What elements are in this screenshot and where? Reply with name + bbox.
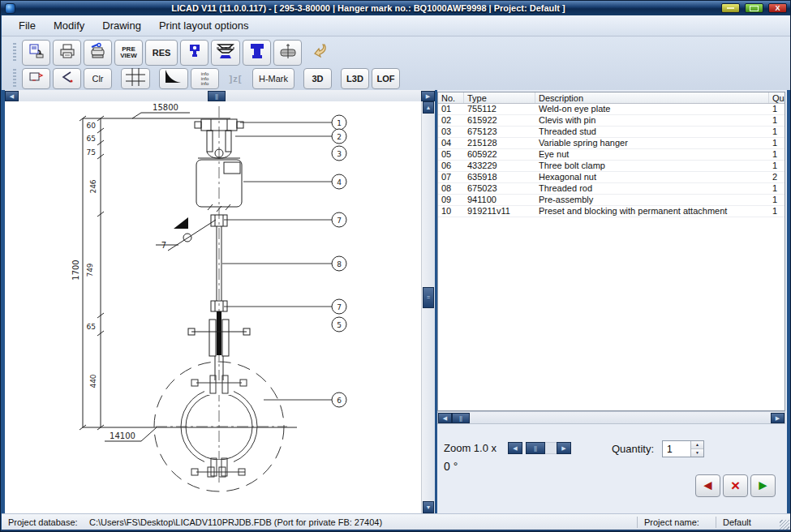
- minimize-button[interactable]: [721, 3, 740, 13]
- scroll-up-icon[interactable]: ▲: [423, 101, 434, 114]
- preview-button[interactable]: PRE VIEW: [114, 40, 143, 66]
- quantity-value[interactable]: 1: [663, 441, 690, 457]
- table-row[interactable]: 06 433229 Three bolt clamp 1: [438, 161, 785, 172]
- threed-button[interactable]: 3D: [303, 68, 332, 89]
- clevis-button[interactable]: [180, 40, 208, 66]
- quantity-down-icon[interactable]: ▼: [691, 448, 703, 457]
- col-description[interactable]: Description: [535, 92, 769, 103]
- copy-drawing-icon: [28, 43, 45, 62]
- pipe-button[interactable]: [273, 40, 302, 66]
- table-row[interactable]: 03 675123 Threaded stud 1: [438, 127, 785, 138]
- quantity-up-icon[interactable]: ▲: [691, 441, 703, 448]
- spring-button[interactable]: [211, 40, 240, 66]
- cell-no: 05: [438, 149, 464, 160]
- delete-button[interactable]: ×: [723, 474, 748, 497]
- cell-no: 06: [438, 161, 464, 171]
- table-scroll-left-icon[interactable]: ◀: [438, 413, 452, 423]
- zoom-out-icon[interactable]: ◀: [508, 442, 522, 454]
- next-hanger-button[interactable]: ►: [750, 474, 776, 497]
- hmark-label: H-Mark: [259, 74, 288, 84]
- dim-75-label: 75: [87, 148, 96, 157]
- grid-button[interactable]: [121, 68, 150, 89]
- cell-description: Threaded rod: [535, 183, 769, 194]
- cell-no: 01: [438, 104, 464, 114]
- info-icon: infoinfoinfo: [201, 71, 209, 86]
- app-icon: [5, 3, 15, 14]
- callout-7a: 7: [337, 217, 342, 225]
- col-type[interactable]: Type: [464, 92, 535, 103]
- l3d-button[interactable]: L3D: [341, 68, 369, 89]
- col-quantity[interactable]: Quantity: [769, 92, 785, 103]
- clamp-button[interactable]: [243, 40, 271, 66]
- maximize-button[interactable]: [745, 3, 763, 13]
- callout-6: 6: [337, 397, 342, 405]
- undo-button[interactable]: [304, 40, 333, 66]
- vscroll-thumb[interactable]: =: [423, 287, 434, 308]
- spring-icon: [215, 42, 236, 63]
- dim-749-label: 749: [86, 263, 94, 277]
- drawing-hscrollbar[interactable]: ◀ || ▶: [5, 90, 435, 101]
- print-button[interactable]: [53, 40, 81, 66]
- res-button[interactable]: RES: [145, 40, 178, 66]
- export-dim-button[interactable]: [22, 68, 50, 89]
- izi-button[interactable]: ]z[: [221, 68, 250, 89]
- zoom-thumb[interactable]: ||: [526, 442, 545, 454]
- table-row[interactable]: 07 635918 Hexagonal nut 2: [438, 172, 785, 183]
- drawing-vscrollbar[interactable]: ▲ = ▼: [422, 101, 435, 513]
- menu-item[interactable]: Drawing: [93, 17, 150, 34]
- table-row[interactable]: 08 675023 Threaded rod 1: [438, 183, 785, 195]
- menu-item[interactable]: Print layout options: [150, 17, 258, 34]
- scroll-down-icon[interactable]: ▼: [423, 501, 434, 513]
- hscroll-thumb[interactable]: ||: [208, 91, 226, 101]
- menu-item[interactable]: File: [10, 17, 45, 34]
- cell-description: Preset and blocking with permanent attac…: [535, 206, 769, 217]
- cell-type: 605922: [464, 149, 535, 160]
- zoom-scrollbar[interactable]: ◀ || ▶: [508, 442, 571, 454]
- cell-description: Eye nut: [535, 149, 769, 160]
- zoom-track[interactable]: [545, 442, 557, 454]
- table-row[interactable]: 10 919211v11 Preset and blocking with pe…: [438, 206, 785, 217]
- project-name-label: Project name:: [638, 517, 716, 527]
- cell-quantity: 1: [769, 161, 785, 171]
- table-scroll-right-icon[interactable]: ▶: [771, 413, 785, 423]
- cell-description: Pre-assembly: [535, 195, 769, 205]
- menu-bar: File Modify Drawing Print layout options: [2, 15, 791, 36]
- col-no[interactable]: No.: [438, 92, 464, 103]
- dim-440-label: 440: [89, 374, 97, 388]
- table-hscroll-thumb[interactable]: ||: [452, 413, 470, 423]
- cell-type: 675123: [464, 127, 535, 137]
- scroll-left-icon[interactable]: ◀: [5, 91, 19, 101]
- quantity-stepper[interactable]: 1 ▲ ▼: [662, 440, 704, 457]
- resize-grip[interactable]: [780, 520, 789, 530]
- clr-button[interactable]: Clr: [84, 68, 112, 89]
- export-dim-icon: [28, 71, 45, 87]
- zoom-in-icon[interactable]: ▶: [557, 442, 571, 454]
- less-than-icon: [60, 71, 75, 87]
- res-label: RES: [153, 48, 171, 58]
- print-setup-button[interactable]: [84, 40, 112, 66]
- drawing-canvas[interactable]: 1 2 3 4 7 8 7 5 6 15800 14100 60 65: [5, 101, 422, 513]
- menu-item[interactable]: Modify: [45, 17, 93, 34]
- scroll-right-icon[interactable]: ▶: [421, 91, 435, 101]
- lof-label: LOF: [377, 74, 395, 84]
- close-button[interactable]: X: [768, 3, 787, 13]
- copy-drawing-button[interactable]: [22, 40, 50, 66]
- table-row[interactable]: 02 615922 Clevis with pin 1: [438, 115, 785, 127]
- less-than-button[interactable]: [53, 68, 81, 89]
- table-hscrollbar[interactable]: ◀ || ▶: [437, 411, 785, 424]
- table-row[interactable]: 04 215128 Variable spring hanger 1: [438, 138, 785, 149]
- table-row[interactable]: 01 755112 Weld-on eye plate 1: [438, 104, 785, 115]
- table-row[interactable]: 05 605922 Eye nut 1: [438, 149, 785, 161]
- callout-3: 3: [337, 150, 342, 158]
- dim-bottom-label: 14100: [110, 431, 135, 440]
- previous-hanger-button[interactable]: ◄: [695, 474, 720, 497]
- zoom-level-label: Zoom 1.0 x: [444, 442, 505, 454]
- dim-top-label: 15800: [153, 103, 178, 112]
- cell-type: 755112: [464, 104, 535, 114]
- table-row[interactable]: 09 941100 Pre-assembly 1: [438, 195, 785, 206]
- lof-button[interactable]: LOF: [372, 68, 400, 89]
- hmark-button[interactable]: H-Mark: [252, 68, 294, 89]
- info-button[interactable]: infoinfoinfo: [191, 68, 219, 89]
- quantity-label: Quantity:: [612, 443, 654, 455]
- slope-button[interactable]: [159, 68, 188, 89]
